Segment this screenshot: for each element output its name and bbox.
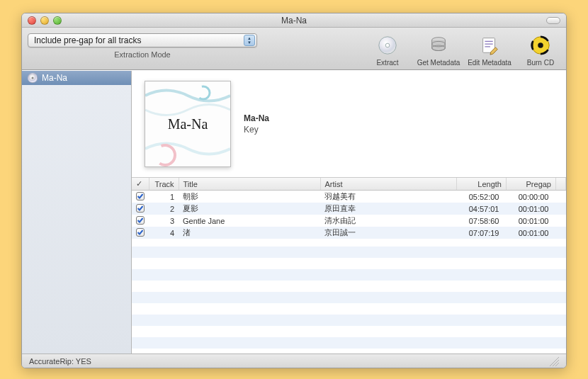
track-pregap: 00:01:00: [507, 215, 556, 227]
row-spacer: [556, 227, 566, 239]
burn-cd-button[interactable]: Burn CD: [515, 28, 566, 69]
toolbar: Include pre-gap for all tracks ▲▼ Extrac…: [22, 28, 566, 70]
resize-grip[interactable]: [549, 356, 559, 366]
window-title: Ma-Na: [22, 16, 566, 26]
extraction-mode-label: Extraction Mode: [28, 50, 257, 59]
track-checkbox[interactable]: [136, 216, 145, 225]
album-artist: Key: [244, 125, 269, 135]
track-table: ✓ Track Title Artist Length Pregap 1朝影羽越…: [132, 178, 566, 239]
popup-arrows-icon: ▲▼: [244, 35, 255, 46]
track-pregap: 00:01:00: [507, 227, 556, 239]
table-row[interactable]: 1朝影羽越美有05:52:0000:00:00: [132, 191, 566, 203]
track-number: 3: [149, 215, 179, 227]
track-checkbox[interactable]: [136, 228, 145, 237]
table-header-row: ✓ Track Title Artist Length Pregap: [132, 178, 566, 191]
track-artist: 羽越美有: [320, 191, 457, 203]
extract-label: Extract: [376, 59, 398, 67]
sidebar-item-album[interactable]: Ma-Na: [22, 71, 131, 85]
table-row[interactable]: 3Gentle Jane清水由記07:58:6000:01:00: [132, 215, 566, 227]
sidebar-item-label: Ma-Na: [42, 73, 67, 83]
accuraterip-status: AccurateRip: YES: [29, 357, 91, 366]
burn-icon: [530, 35, 551, 57]
album-cover[interactable]: Ma-Na: [145, 81, 231, 167]
row-spacer: [556, 215, 566, 227]
get-metadata-label: Get Metadata: [417, 59, 460, 67]
titlebar[interactable]: Ma-Na: [22, 13, 566, 28]
edit-metadata-button[interactable]: Edit Metadata: [464, 28, 515, 69]
track-checkbox-cell: [132, 227, 149, 239]
col-artist[interactable]: Artist: [320, 178, 457, 191]
toolbar-toggle-pill[interactable]: [546, 17, 560, 24]
track-title: 朝影: [179, 191, 320, 203]
album-cover-text: Ma-Na: [168, 116, 208, 132]
track-pregap: 00:00:00: [507, 191, 556, 203]
row-spacer: [556, 191, 566, 203]
disc-icon: [377, 35, 398, 57]
cd-icon: [28, 73, 38, 83]
track-title: 渚: [179, 227, 320, 239]
track-title: 夏影: [179, 203, 320, 215]
svg-point-1: [385, 43, 390, 47]
extraction-mode-area: Include pre-gap for all tracks ▲▼ Extrac…: [22, 28, 263, 69]
edit-icon: [479, 35, 500, 57]
track-title: Gentle Jane: [179, 215, 320, 227]
track-length: 05:52:00: [457, 191, 507, 203]
edit-metadata-label: Edit Metadata: [468, 59, 511, 67]
row-spacer: [556, 203, 566, 215]
extraction-mode-value: Include pre-gap for all tracks: [34, 35, 141, 45]
track-length: 04:57:01: [457, 203, 507, 215]
extraction-mode-popup[interactable]: Include pre-gap for all tracks ▲▼: [28, 33, 257, 47]
album-title: Ma-Na: [244, 113, 269, 123]
extract-button[interactable]: Extract: [362, 28, 413, 69]
table-row[interactable]: 2夏影原田直幸04:57:0100:01:00: [132, 203, 566, 215]
main-panel: Ma-Na Ma-Na Key: [132, 71, 566, 353]
col-length[interactable]: Length: [457, 178, 507, 191]
track-checkbox-cell: [132, 203, 149, 215]
app-window: Ma-Na Include pre-gap for all tracks ▲▼ …: [21, 13, 567, 368]
track-number: 4: [149, 227, 179, 239]
track-checkbox-cell: [132, 215, 149, 227]
track-length: 07:07:19: [457, 227, 507, 239]
get-metadata-button[interactable]: Get Metadata: [413, 28, 464, 69]
database-icon: [428, 35, 449, 57]
burn-cd-label: Burn CD: [527, 59, 554, 67]
svg-point-7: [538, 43, 543, 48]
track-length: 07:58:60: [457, 215, 507, 227]
track-artist: 清水由記: [320, 215, 457, 227]
track-checkbox[interactable]: [136, 204, 145, 213]
col-pregap[interactable]: Pregap: [507, 178, 556, 191]
content-body: Ma-Na Ma-Na Ma-Na: [22, 70, 566, 353]
status-bar: AccurateRip: YES: [22, 353, 566, 368]
col-title[interactable]: Title: [179, 178, 320, 191]
track-checkbox-cell: [132, 191, 149, 203]
sidebar: Ma-Na: [22, 71, 132, 353]
table-row[interactable]: 4渚京田誠一07:07:1900:01:00: [132, 227, 566, 239]
album-text: Ma-Na Key: [244, 113, 269, 135]
track-checkbox[interactable]: [136, 192, 145, 200]
track-pregap: 00:01:00: [507, 203, 556, 215]
album-header: Ma-Na Ma-Na Key: [132, 71, 566, 177]
track-number: 1: [149, 191, 179, 203]
track-artist: 原田直幸: [320, 203, 457, 215]
col-spacer: [556, 178, 566, 191]
track-artist: 京田誠一: [320, 227, 457, 239]
track-table-wrap: ✓ Track Title Artist Length Pregap 1朝影羽越…: [132, 177, 566, 353]
col-check[interactable]: ✓: [132, 178, 149, 191]
track-number: 2: [149, 203, 179, 215]
col-track[interactable]: Track: [149, 178, 179, 191]
